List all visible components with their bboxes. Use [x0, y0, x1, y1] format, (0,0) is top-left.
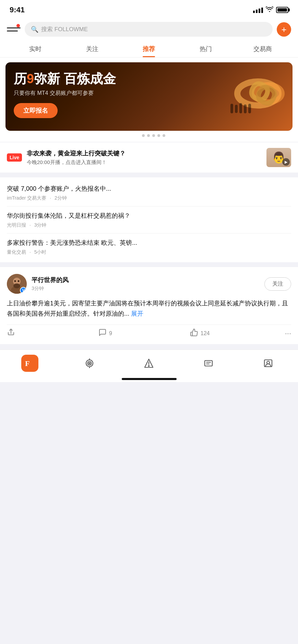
search-placeholder: 搜索 FOLLOWME	[41, 25, 88, 33]
svg-point-15	[86, 360, 93, 367]
news-time-1: 2分钟	[55, 195, 67, 201]
search-bar[interactable]: 🔍 搜索 FOLLOWME	[25, 22, 273, 37]
banner-dot-5	[157, 134, 160, 137]
news-source-1: imTrader 交易大赛	[7, 195, 46, 201]
more-options-button[interactable]: ···	[282, 329, 291, 338]
post-like-action[interactable]: 124	[190, 328, 282, 339]
nav-signal[interactable]	[60, 355, 119, 372]
post-share-action[interactable]	[7, 328, 98, 339]
post-username: 平行世界的风	[32, 276, 264, 284]
banner-dot-2	[142, 134, 145, 137]
wifi-icon	[266, 7, 273, 14]
avatar[interactable]: V	[7, 274, 27, 294]
post-comment-action[interactable]: 9	[98, 328, 190, 339]
news-title-1: 突破 7,000 个参赛账户，火热报名中...	[7, 184, 291, 193]
news-meta-1: imTrader 交易大赛 · 2分钟	[7, 195, 291, 201]
notification-dot	[16, 24, 20, 27]
tab-follow[interactable]: 关注	[64, 40, 121, 57]
banner[interactable]: 历9弥新 百炼成金 只要你有 MT4 交易账户都可参赛 立即报名	[5, 62, 293, 131]
post-time: 3分钟	[32, 286, 264, 292]
banner-dot-3	[147, 134, 150, 137]
nav-trade[interactable]	[119, 355, 179, 372]
svg-rect-5	[244, 104, 247, 113]
banner-container: 历9弥新 百炼成金 只要你有 MT4 交易账户都可参赛 立即报名	[0, 58, 298, 142]
add-button[interactable]: +	[277, 22, 291, 37]
verified-badge: V	[20, 287, 27, 294]
svg-point-11	[14, 280, 16, 282]
status-time: 9:41	[10, 5, 25, 14]
like-icon	[190, 328, 198, 339]
svg-rect-3	[235, 105, 238, 113]
nav-tabs: 实时 关注 推荐 热门 交易商	[0, 40, 298, 58]
tab-hot[interactable]: 热门	[177, 40, 234, 57]
post-header: V 平行世界的风 3分钟 关注	[7, 274, 291, 294]
live-badge: Live	[7, 153, 22, 162]
post-expand-button[interactable]: 展开	[131, 310, 143, 317]
status-icons	[253, 7, 288, 14]
tab-realtime[interactable]: 实时	[7, 40, 64, 57]
svg-point-22	[148, 365, 149, 366]
svg-point-10	[13, 283, 20, 288]
live-thumbnail[interactable]: 👨 ▶	[266, 148, 291, 167]
post-actions: 9 124 ···	[7, 325, 291, 339]
tab-recommend[interactable]: 推荐	[121, 40, 178, 57]
banner-register-button[interactable]: 立即报名	[14, 103, 58, 118]
news-item-1[interactable]: 突破 7,000 个参赛账户，火热报名中... imTrader 交易大赛 · …	[7, 184, 291, 206]
news-item-2[interactable]: 华尔街投行集体沦陷，又是杠杆交易惹的祸？ 光明日报 · 3分钟	[7, 206, 291, 233]
news-meta-2: 光明日报 · 3分钟	[7, 222, 291, 228]
post-content: 上日油价攀升逾1美元，因寄望主要产油国将在预计本周举行的视频会议上同意延长减产协…	[7, 299, 291, 319]
play-button[interactable]: ▶	[282, 158, 290, 166]
svg-point-16	[87, 361, 91, 365]
banner-decoration	[229, 68, 287, 121]
comment-icon	[98, 328, 107, 339]
svg-rect-4	[239, 103, 242, 113]
nav-messages[interactable]	[179, 355, 238, 372]
live-subtitle: 今晚20:00开播，点击进入直播间！	[27, 159, 262, 166]
svg-text:F: F	[25, 359, 29, 368]
news-item-3[interactable]: 多家投行警告：美元涨势恐未结束 欧元、英镑... 量化交易 · 5小时	[7, 233, 291, 255]
follow-button[interactable]: 关注	[264, 277, 291, 291]
svg-rect-2	[230, 104, 233, 113]
svg-rect-23	[205, 361, 212, 366]
banner-dot-4	[152, 134, 155, 137]
messages-icon	[200, 355, 217, 372]
banner-dot-6	[163, 134, 165, 137]
svg-point-12	[18, 280, 20, 282]
news-title-2: 华尔街投行集体沦陷，又是杠杆交易惹的祸？	[7, 211, 291, 220]
signal-icon	[253, 7, 263, 13]
banner-dot-1	[133, 134, 140, 137]
news-section: 突破 7,000 个参赛账户，火热报名中... imTrader 交易大赛 · …	[0, 177, 298, 262]
home-indicator	[0, 375, 298, 382]
nav-profile[interactable]	[238, 355, 298, 372]
live-title: 非农来袭，黄金迎来上行突破关键？	[27, 149, 262, 157]
header: 🔍 搜索 FOLLOWME +	[0, 18, 298, 40]
trade-icon	[140, 355, 157, 372]
home-icon: F	[21, 355, 38, 372]
status-bar: 9:41	[0, 0, 298, 18]
search-icon: 🔍	[31, 26, 38, 33]
live-text: 非农来袭，黄金迎来上行突破关键？ 今晚20:00开播，点击进入直播间！	[27, 149, 262, 166]
news-title-3: 多家投行警告：美元涨势恐未结束 欧元、英镑...	[7, 238, 291, 247]
profile-icon	[260, 355, 277, 372]
news-source-3: 量化交易	[7, 249, 26, 255]
signal-nav-icon	[81, 355, 98, 372]
tab-broker[interactable]: 交易商	[234, 40, 291, 57]
battery-icon	[276, 7, 288, 13]
svg-point-17	[89, 363, 90, 364]
comment-count: 9	[109, 330, 112, 337]
bottom-nav: F	[0, 350, 298, 375]
home-bar	[122, 378, 177, 380]
banner-dots	[5, 131, 293, 138]
nav-home[interactable]: F	[0, 355, 60, 372]
svg-rect-6	[248, 104, 251, 113]
news-time-2: 3分钟	[34, 222, 47, 228]
news-time-3: 5小时	[34, 249, 47, 255]
post-section: V 平行世界的风 3分钟 关注 上日油价攀升逾1美元，因寄望主要产油国将在预计本…	[0, 267, 298, 344]
like-count: 124	[201, 330, 210, 337]
menu-button[interactable]	[7, 24, 21, 35]
live-section[interactable]: Live 非农来袭，黄金迎来上行突破关键？ 今晚20:00开播，点击进入直播间！…	[0, 142, 298, 173]
share-icon	[7, 328, 15, 339]
news-meta-3: 量化交易 · 5小时	[7, 249, 291, 255]
post-user-info: 平行世界的风 3分钟	[32, 276, 264, 292]
news-source-2: 光明日报	[7, 222, 26, 228]
